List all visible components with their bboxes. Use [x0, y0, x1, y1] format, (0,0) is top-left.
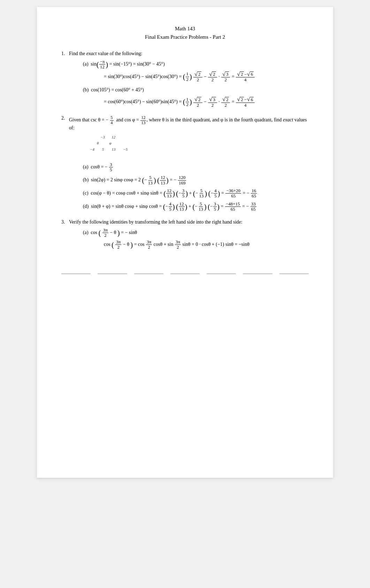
- problem-1b-eq2: = cos(60°)cos(45°) − sin(60°)sin(45°) = …: [104, 96, 309, 108]
- problem-2b-label: (b): [83, 177, 90, 182]
- problem-1b-eq1: cos(105°) = cos(60° + 45°): [91, 87, 144, 92]
- problem-2-number: 2.: [61, 115, 69, 121]
- problem-1b-label: (b): [83, 87, 90, 92]
- problem-3a-work: cos ( 3π2 − θ ) = cos 3π2 cosθ + sin 3π2…: [104, 240, 309, 250]
- problem-1: 1. Find the exact value of the following…: [61, 51, 309, 108]
- problem-2d: (d) sin(θ + φ) = sinθ cosφ + sinφ cosθ =…: [83, 202, 309, 212]
- footer-line-7: [279, 273, 309, 274]
- problem-1-statement: Find the exact value of the following:: [69, 51, 142, 56]
- problem-1a: (a) sin(−π12) = sin(−15°) = sin(30° − 45…: [83, 59, 309, 82]
- page: Math 143 Final Exam Practice Problems - …: [37, 7, 333, 478]
- footer-lines: [61, 271, 309, 274]
- problem-2b: (b) sin(2φ) = 2 sinφ cosφ = 2 (−513) (12…: [83, 175, 309, 186]
- footer-line-3: [134, 273, 163, 274]
- problem-3a: (a) cos ( 3π2 − θ ) = − sinθ cos ( 3π2 −…: [83, 228, 309, 250]
- problem-2: 2. Given that csc θ = − 54 and cos φ = 1…: [61, 115, 309, 212]
- problem-3-statement: Verify the following identities by trans…: [69, 219, 242, 225]
- title-line1: Math 143: [61, 24, 309, 33]
- footer-line-6: [243, 273, 272, 274]
- footer-line-1: [61, 273, 91, 274]
- footer-line-4: [170, 273, 200, 274]
- problem-3-content: Verify the following identities by trans…: [69, 219, 309, 250]
- page-header: Math 143 Final Exam Practice Problems - …: [61, 24, 309, 41]
- problem-3: 3. Verify the following identities by tr…: [61, 219, 309, 250]
- problem-1-content: Find the exact value of the following: (…: [69, 51, 309, 108]
- triangle-diagram: −3 12 θ φ −4 5 13 −5: [90, 134, 309, 159]
- problem-1a-eq1: sin(−π12) = sin(−15°) = sin(30° − 45°): [91, 61, 165, 67]
- problem-2c-label: (c): [83, 190, 90, 196]
- problem-1b: (b) cos(105°) = cos(60° + 45°) = cos(60°…: [83, 85, 309, 108]
- problem-3-number: 3.: [61, 219, 69, 225]
- footer-line-2: [98, 273, 127, 274]
- title-line2: Final Exam Practice Problems - Part 2: [61, 33, 309, 41]
- problem-2d-label: (d): [83, 204, 90, 209]
- problem-2a: (a) cosθ = − 35: [83, 162, 309, 173]
- problem-2-statement: Given that csc θ = − 54 and cos φ = 1213…: [69, 117, 307, 130]
- problem-2c: (c) cos(φ − θ) = cosφ cosθ + sinφ sinθ =…: [83, 188, 309, 199]
- problem-1a-eq2: = sin(30°)cos(45°) − sin(45°)cos(30°) = …: [104, 71, 309, 83]
- problem-3a-label: (a): [83, 230, 90, 235]
- problem-1a-label: (a): [83, 61, 90, 67]
- problem-2-content: Given that csc θ = − 54 and cos φ = 1213…: [69, 115, 309, 212]
- problem-1-number: 1.: [61, 51, 69, 56]
- problem-2a-label: (a): [83, 164, 90, 169]
- footer-line-5: [207, 273, 236, 274]
